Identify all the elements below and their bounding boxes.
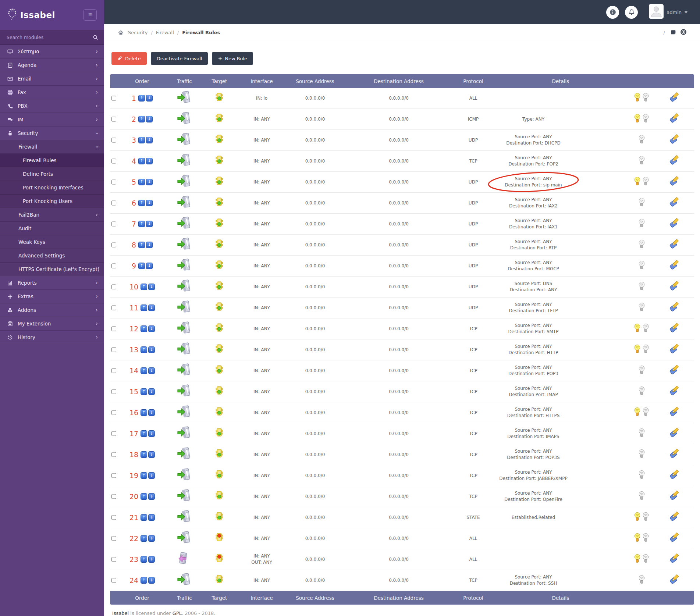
move-down-button[interactable]: ↓ xyxy=(148,325,155,332)
move-up-button[interactable]: ↑ xyxy=(138,179,145,185)
bulb-off-icon[interactable] xyxy=(638,281,645,292)
row-select-checkbox[interactable] xyxy=(111,389,116,394)
bulb-on-icon[interactable] xyxy=(634,512,641,523)
move-down-button[interactable]: ↓ xyxy=(148,472,155,479)
edit-rule-icon[interactable] xyxy=(669,407,679,419)
edit-rule-icon[interactable] xyxy=(669,386,679,398)
sidebar-item-weak-keys[interactable]: Weak Keys › xyxy=(0,235,104,249)
bulb-off-icon[interactable] xyxy=(638,156,645,167)
rule-order-link[interactable]: 18 xyxy=(129,450,138,460)
sidebar-item-reports[interactable]: Reports › xyxy=(0,276,104,290)
rule-order-link[interactable]: 19 xyxy=(129,471,138,481)
bulb-off-icon[interactable] xyxy=(642,533,649,544)
edit-rule-icon[interactable] xyxy=(669,302,679,314)
row-select-checkbox[interactable] xyxy=(111,431,116,436)
bulb-off-icon[interactable] xyxy=(638,575,645,586)
edit-rule-icon[interactable] xyxy=(669,491,679,502)
edit-rule-icon[interactable] xyxy=(669,574,679,586)
move-down-button[interactable]: ↓ xyxy=(148,556,155,563)
rule-order-link[interactable]: 15 xyxy=(129,387,138,397)
row-select-checkbox[interactable] xyxy=(111,200,116,206)
move-down-button[interactable]: ↓ xyxy=(148,577,155,584)
bulb-off-icon[interactable] xyxy=(638,449,645,460)
sidebar-item-security[interactable]: Security › xyxy=(0,127,104,140)
bulb-off-icon[interactable] xyxy=(642,114,649,125)
home-icon[interactable] xyxy=(118,30,124,35)
bulb-off-icon[interactable] xyxy=(638,239,645,250)
delete-button[interactable]: Delete xyxy=(111,52,147,65)
move-up-button[interactable]: ↑ xyxy=(141,556,147,563)
move-down-button[interactable]: ↓ xyxy=(148,409,155,416)
bulb-on-icon[interactable] xyxy=(634,407,641,418)
move-down-button[interactable]: ↓ xyxy=(148,367,155,374)
row-select-checkbox[interactable] xyxy=(111,284,116,289)
row-select-checkbox[interactable] xyxy=(111,557,116,562)
row-select-checkbox[interactable] xyxy=(111,263,116,268)
bulb-off-icon[interactable] xyxy=(638,491,645,502)
row-select-checkbox[interactable] xyxy=(111,242,116,248)
sidebar-item-define-ports[interactable]: Define Ports › xyxy=(0,167,104,181)
row-select-checkbox[interactable] xyxy=(111,305,116,310)
bulb-off-icon[interactable] xyxy=(638,218,645,229)
row-select-checkbox[interactable] xyxy=(111,452,116,457)
rule-order-link[interactable]: 9 xyxy=(132,261,136,271)
bulb-on-icon[interactable] xyxy=(634,177,641,188)
move-up-button[interactable]: ↑ xyxy=(141,388,147,395)
move-up-button[interactable]: ↑ xyxy=(141,472,147,479)
search-icon[interactable] xyxy=(93,35,98,40)
edit-rule-icon[interactable] xyxy=(669,218,679,230)
rule-order-link[interactable]: 13 xyxy=(129,345,138,355)
sidebar-item-audit[interactable]: Audit › xyxy=(0,222,104,235)
bulb-off-icon[interactable] xyxy=(638,260,645,271)
sidebar-item-pbx[interactable]: PBX › xyxy=(0,99,104,113)
bulb-off-icon[interactable] xyxy=(638,135,645,146)
row-select-checkbox[interactable] xyxy=(111,117,116,122)
row-select-checkbox[interactable] xyxy=(111,494,116,499)
edit-rule-icon[interactable] xyxy=(669,344,679,356)
sidebar-item-advanced-settings[interactable]: Advanced Settings › xyxy=(0,249,104,263)
bulb-off-icon[interactable] xyxy=(638,365,645,376)
move-down-button[interactable]: ↓ xyxy=(146,158,153,164)
move-down-button[interactable]: ↓ xyxy=(148,388,155,395)
move-down-button[interactable]: ↓ xyxy=(146,116,153,122)
move-up-button[interactable]: ↑ xyxy=(138,263,145,269)
row-select-checkbox[interactable] xyxy=(111,515,116,520)
breadcrumb-firewall[interactable]: Firewall xyxy=(156,30,174,35)
bulb-off-icon[interactable] xyxy=(642,512,649,523)
edit-rule-icon[interactable] xyxy=(669,365,679,377)
bulb-off-icon[interactable] xyxy=(638,470,645,481)
sidebar-item-agenda[interactable]: Agenda › xyxy=(0,58,104,72)
edit-rule-icon[interactable] xyxy=(669,323,679,335)
bulb-off-icon[interactable] xyxy=(642,554,649,565)
sidebar-item-firewall-rules[interactable]: Firewall Rules › xyxy=(0,154,104,167)
bulb-off-icon[interactable] xyxy=(638,197,645,209)
rule-order-link[interactable]: 11 xyxy=(129,303,138,313)
move-down-button[interactable]: ↓ xyxy=(146,263,153,269)
new-rule-button[interactable]: + New Rule xyxy=(212,52,253,65)
bulb-on-icon[interactable] xyxy=(634,344,641,355)
move-down-button[interactable]: ↓ xyxy=(146,242,153,248)
edit-rule-icon[interactable] xyxy=(669,512,679,523)
edit-rule-icon[interactable] xyxy=(669,92,679,104)
edit-rule-icon[interactable] xyxy=(669,197,679,209)
row-select-checkbox[interactable] xyxy=(111,138,116,143)
edit-rule-icon[interactable] xyxy=(669,134,679,146)
help-icon[interactable] xyxy=(680,29,687,36)
edit-rule-icon[interactable] xyxy=(669,449,679,460)
move-down-button[interactable]: ↓ xyxy=(146,179,153,185)
info-button[interactable] xyxy=(606,6,619,19)
move-up-button[interactable]: ↑ xyxy=(138,137,145,143)
move-down-button[interactable]: ↓ xyxy=(148,493,155,500)
rule-order-link[interactable]: 14 xyxy=(129,366,138,376)
user-menu[interactable]: admin xyxy=(649,4,687,20)
row-select-checkbox[interactable] xyxy=(111,410,116,415)
sidebar-item-history[interactable]: History › xyxy=(0,331,104,344)
sidebar-item-extras[interactable]: Extras › xyxy=(0,290,104,303)
rule-order-link[interactable]: 23 xyxy=(129,555,138,565)
sidebar-item-port-knocking-users[interactable]: Port Knocking Users › xyxy=(0,195,104,208)
rule-order-link[interactable]: 1 xyxy=(132,93,136,103)
row-select-checkbox[interactable] xyxy=(111,578,116,583)
breadcrumb-security[interactable]: Security xyxy=(128,30,148,35)
row-select-checkbox[interactable] xyxy=(111,221,116,227)
bulb-off-icon[interactable] xyxy=(642,344,649,355)
